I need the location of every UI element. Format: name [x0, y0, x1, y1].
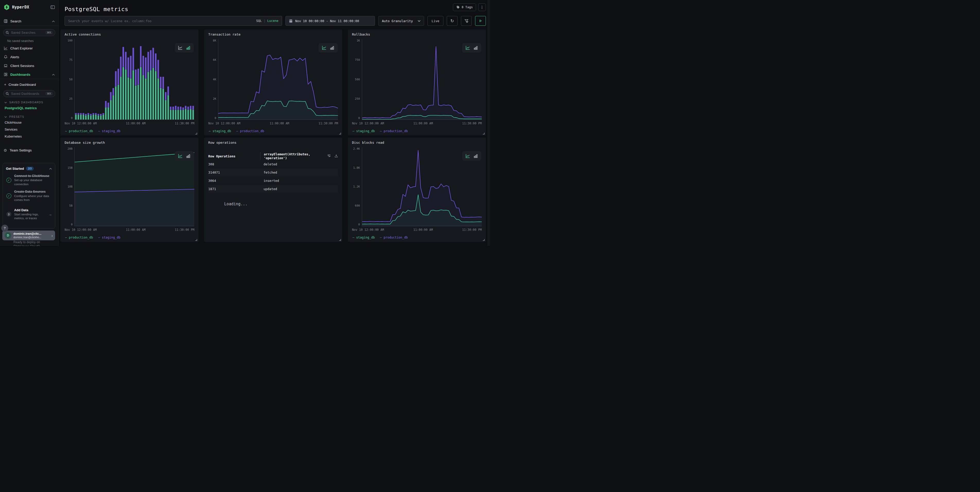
legend-item[interactable]: — staging_db [98, 129, 121, 133]
line-chart-toggle-button[interactable] [322, 45, 326, 50]
y-axis: 2.4K1.8K1.2K6000 [352, 147, 362, 226]
chevron-down-icon [5, 101, 7, 104]
chart-legend: — production_db— staging_db [65, 232, 194, 240]
y-tick-label: 500 [355, 78, 360, 81]
live-button[interactable]: Live [428, 16, 444, 26]
panel-active-connections: Active connections 1007550250Nov 10 12:0… [60, 29, 199, 136]
line-chart-toggle-button[interactable] [465, 45, 470, 50]
bar-chart-toggle-button[interactable] [473, 45, 478, 50]
table-cell-operation: deleted [260, 162, 338, 166]
table-column-header[interactable]: arrayElement(Attributes, 'operation') [260, 152, 338, 160]
table-cell-value: 308 [208, 162, 260, 166]
step-title: Connect to ClickHouse [14, 174, 49, 178]
table-header-row: Row OperationsarrayElement(Attributes, '… [208, 152, 338, 160]
chevron-up-icon [52, 73, 55, 77]
panel-database-size-growth: Database size growth 20B15B10B5B0Nov 10 … [60, 137, 199, 242]
refresh-button[interactable]: ↻ [447, 16, 458, 26]
y-tick-label: 8K [213, 39, 216, 42]
sidebar-section-dashboards[interactable]: Dashboards [0, 70, 59, 79]
legend-item[interactable]: — production_db [65, 129, 93, 133]
search-icon [6, 31, 9, 34]
sidebar-item-clickhouse[interactable]: ClickHouse [0, 119, 59, 126]
line-chart-toggle-button[interactable] [465, 153, 470, 158]
chevron-up-icon [49, 167, 52, 171]
bar-chart-toggle-button[interactable] [330, 45, 334, 50]
sidebar-item-client-sessions[interactable]: Client Sessions [0, 61, 59, 70]
download-icon[interactable] [334, 154, 338, 158]
legend-item[interactable]: — production_db [236, 129, 264, 133]
y-tick-label: 20B [67, 147, 73, 150]
y-tick-label: 10B [67, 185, 73, 188]
app-window: HyperDX Search Saved Searches ⌘K No save… [0, 0, 490, 246]
filter-pencil-icon [464, 19, 469, 23]
get-started-header[interactable]: Get Started 2/3 [3, 164, 55, 172]
bar-chart-toggle-button[interactable] [186, 153, 191, 158]
x-axis: Nov 10 12:00:00 AM11:00:00 AM11:30:00 PM [352, 120, 482, 125]
sort-icon[interactable] [327, 154, 331, 158]
sidebar-collapse-icon[interactable] [51, 5, 55, 9]
resize-handle-icon[interactable] [483, 133, 485, 134]
table-column-header[interactable]: Row Operations [208, 154, 260, 158]
legend-item[interactable]: — production_db [380, 129, 408, 133]
line-chart-toggle-button[interactable] [178, 153, 183, 158]
group-presets[interactable]: PRESETS [0, 112, 59, 119]
step-description: Configure where your data comes from [14, 194, 52, 202]
get-started-step-1[interactable]: ✓ Connect to ClickHouse Set up your data… [3, 172, 55, 187]
search-input[interactable] [68, 19, 254, 23]
resize-handle-icon[interactable] [339, 239, 341, 241]
y-tick-label: 1K [356, 39, 360, 42]
granularity-select[interactable]: Auto Granularity [378, 16, 424, 26]
sidebar-item-kubernetes[interactable]: Kubernetes [0, 133, 59, 140]
line-chart-toggle-button[interactable] [178, 45, 183, 50]
user-account-button[interactable]: D dominic.tran@clic... dominic.tran@clic… [2, 230, 55, 240]
lucene-mode-button[interactable]: Lucene [267, 19, 278, 23]
step-title: Add Data [14, 208, 28, 212]
group-saved-dashboards[interactable]: SAVED DASHBOARDS [0, 97, 59, 105]
get-started-step-3[interactable]: 3 Add Data Start sending logs, metrics, … [3, 206, 55, 222]
filter-edit-button[interactable] [461, 16, 472, 26]
panel-menu-button[interactable]: ⋮ [478, 3, 486, 11]
y-tick-label: 2.4K [353, 147, 360, 150]
get-started-step-2[interactable]: ✓ Create Data Sources Configure where yo… [3, 187, 55, 203]
date-range-picker[interactable]: Nov 10 00:00:00 - Nov 11 00:00:00 [285, 16, 375, 26]
saved-dashboards-input[interactable]: Saved Dashboards ⌘K [3, 90, 55, 97]
legend-item[interactable]: — production_db [65, 236, 93, 239]
sidebar-item-team-settings[interactable]: ⚙ Team Settings [0, 146, 59, 155]
y-axis: 20B15B10B5B0 [65, 147, 75, 226]
legend-item[interactable]: — staging_db [209, 129, 231, 133]
tags-button[interactable]: 0 Tags [453, 3, 476, 11]
titlebar: PostgreSQL metrics 0 Tags ⋮ [60, 0, 486, 12]
bar-chart-toggle-button[interactable] [186, 45, 191, 50]
legend-item[interactable]: — production_db [380, 236, 408, 239]
resize-handle-icon[interactable] [195, 239, 197, 241]
user-email: dominic.tran@clickho... [13, 236, 49, 239]
clipped-step-text: Ready to deploy on ClickHouse Cloud? [13, 240, 54, 246]
legend-item[interactable]: — staging_db [98, 236, 121, 239]
help-button[interactable]: ? [1, 225, 8, 232]
panel-title: Row operations [208, 141, 338, 144]
y-tick-label: 1.2K [353, 185, 360, 188]
step-description: Start sending logs, metrics, or traces [14, 212, 46, 220]
sql-mode-button[interactable]: SQL [256, 19, 262, 23]
sidebar-section-search[interactable]: Search [0, 16, 59, 26]
resize-handle-icon[interactable] [483, 239, 485, 241]
user-name: dominic.tran@clic... [13, 232, 49, 235]
saved-searches-input[interactable]: Saved Searches ⌘K [3, 29, 55, 36]
step-title: Create Data Sources [14, 190, 46, 193]
x-tick-label: 11:30:00 PM [462, 228, 482, 232]
sidebar-item-services[interactable]: Services [0, 126, 59, 133]
legend-item[interactable]: — staging_db [353, 129, 375, 133]
x-tick-label: 11:00:00 AM [413, 228, 433, 232]
bar-chart-toggle-button[interactable] [473, 153, 478, 158]
brand-row: HyperDX [0, 0, 59, 13]
create-dashboard-button[interactable]: + Create Dashboard [0, 79, 59, 87]
scrollbar-track[interactable] [488, 0, 490, 246]
sidebar-item-alerts[interactable]: Alerts [0, 53, 59, 61]
sidebar-item-chart-explorer[interactable]: Chart Explorer [0, 44, 59, 53]
y-tick-label: 4K [213, 78, 216, 81]
run-query-button[interactable] [475, 16, 486, 26]
sidebar-item-postgresql-metrics[interactable]: PostgreSQL metrics [0, 105, 59, 112]
legend-item[interactable]: — staging_db [353, 236, 375, 239]
resize-handle-icon[interactable] [195, 133, 197, 134]
resize-handle-icon[interactable] [339, 133, 341, 134]
